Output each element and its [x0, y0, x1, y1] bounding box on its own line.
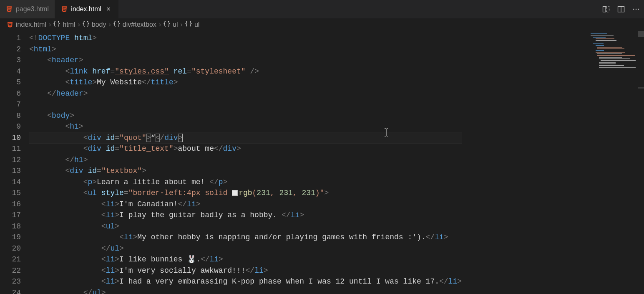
- code-line[interactable]: <p>Learn a little about me! </p>: [29, 177, 462, 188]
- code-line[interactable]: <ul style="border-left:4px solid rgb(231…: [29, 188, 462, 199]
- code-line[interactable]: <title>My Website</title>: [29, 77, 462, 88]
- line-number: 16: [0, 199, 21, 210]
- line-number: 6: [0, 88, 21, 99]
- html5-icon: [61, 6, 68, 13]
- line-number: 2: [0, 44, 21, 55]
- svg-point-6: [638, 9, 639, 10]
- svg-rect-0: [603, 6, 606, 12]
- crumb-textbox[interactable]: div#textbox: [113, 20, 156, 29]
- crumb-ul2[interactable]: ul: [185, 20, 199, 29]
- line-number: 3: [0, 55, 21, 66]
- html5-icon: [7, 21, 13, 28]
- scrollbar-arrow-icon[interactable]: [638, 31, 644, 37]
- line-number: 10: [0, 132, 21, 144]
- code-line[interactable]: <link href="styles.css" rel="stylesheet"…: [29, 66, 462, 77]
- code-line[interactable]: <div id="quot">“</div>: [29, 132, 462, 144]
- symbol-icon: [185, 20, 192, 29]
- line-number: 24: [0, 287, 21, 294]
- tab-index-active[interactable]: index.html ×: [55, 0, 118, 18]
- tab-bar: page3.html index.html ×: [0, 0, 644, 18]
- breadcrumb: index.html › html › body › div#textbox ›…: [0, 18, 644, 31]
- chevron-right-icon: ›: [181, 21, 183, 28]
- code-line[interactable]: <html>: [29, 44, 462, 55]
- svg-rect-1: [606, 6, 609, 12]
- minimap[interactable]: [588, 31, 638, 294]
- overview-ruler[interactable]: [638, 31, 644, 294]
- chevron-right-icon: ›: [109, 21, 111, 28]
- code-line[interactable]: <li>I had a very embarassing K-pop phase…: [29, 276, 462, 287]
- line-number-gutter: 123456789101112131415161718192021222324: [0, 31, 29, 294]
- code-line[interactable]: <li>I play the guitar badly as a hobby. …: [29, 210, 462, 221]
- code-line[interactable]: <!DOCTYPE html>: [29, 33, 462, 44]
- crumb-html[interactable]: html: [53, 20, 75, 29]
- close-icon[interactable]: ×: [105, 5, 112, 13]
- editor[interactable]: 123456789101112131415161718192021222324 …: [0, 31, 644, 294]
- chevron-right-icon: ›: [78, 21, 80, 28]
- line-number: 18: [0, 221, 21, 232]
- svg-point-5: [636, 9, 637, 10]
- color-swatch-icon[interactable]: [232, 190, 238, 196]
- code-line[interactable]: <ul>: [29, 221, 462, 232]
- html5-icon: [6, 6, 13, 13]
- code-line[interactable]: <h1>: [29, 121, 462, 132]
- line-number: 11: [0, 143, 21, 155]
- symbol-icon: [83, 20, 89, 29]
- scrollbar-marker-icon: [638, 87, 644, 89]
- code-line[interactable]: <body>: [29, 110, 462, 122]
- line-number: 21: [0, 254, 21, 265]
- more-actions-icon[interactable]: [631, 5, 641, 14]
- code-line[interactable]: </h1>: [29, 155, 462, 166]
- code-line[interactable]: <li>I'm Canadian!</li>: [29, 199, 462, 210]
- line-number: 9: [0, 121, 21, 132]
- code-line[interactable]: <li>I'm very socially awkward!!!</li>: [29, 265, 462, 276]
- symbol-icon: [164, 20, 170, 29]
- chevron-right-icon: ›: [159, 21, 161, 28]
- code-line[interactable]: </header>: [29, 88, 462, 99]
- line-number: 4: [0, 66, 21, 77]
- line-number: 15: [0, 188, 21, 199]
- line-number: 5: [0, 77, 21, 88]
- tab-page3[interactable]: page3.html: [0, 0, 55, 18]
- symbol-icon: [53, 20, 60, 29]
- code-line[interactable]: </ul>: [29, 243, 462, 254]
- diff-icon[interactable]: [601, 5, 611, 14]
- code-line[interactable]: <li>My other hobby is napping and/or pla…: [29, 232, 462, 243]
- code-line[interactable]: <li>I like bunnies 🐰.</li>: [29, 254, 462, 265]
- code-line[interactable]: <div id="textbox">: [29, 165, 462, 177]
- crumb-file[interactable]: index.html: [16, 21, 46, 28]
- split-editor-icon[interactable]: [616, 5, 626, 14]
- line-number: 17: [0, 210, 21, 221]
- line-number: 23: [0, 276, 21, 287]
- line-number: 12: [0, 155, 21, 166]
- tab-label: page3.html: [16, 5, 49, 13]
- line-number: 13: [0, 165, 21, 177]
- line-number: 14: [0, 177, 21, 188]
- line-number: 1: [0, 33, 21, 44]
- code-line[interactable]: </ul>: [29, 287, 462, 294]
- crumb-body[interactable]: body: [83, 20, 106, 29]
- tab-actions: [601, 0, 641, 18]
- chevron-right-icon: ›: [49, 21, 51, 28]
- line-number: 22: [0, 265, 21, 276]
- code-line[interactable]: <div id="title_text">about me</div>: [29, 143, 462, 155]
- tab-label: index.html: [71, 5, 101, 13]
- svg-point-4: [633, 9, 634, 10]
- crumb-ul[interactable]: ul: [164, 20, 178, 29]
- line-number: 7: [0, 99, 21, 110]
- line-number: 19: [0, 232, 21, 243]
- code-area[interactable]: <!DOCTYPE html><html> <header> <link hre…: [29, 31, 462, 294]
- line-number: 20: [0, 243, 21, 254]
- symbol-icon: [113, 20, 120, 29]
- code-line[interactable]: [29, 99, 462, 110]
- code-line[interactable]: <header>: [29, 55, 462, 66]
- line-number: 8: [0, 110, 21, 122]
